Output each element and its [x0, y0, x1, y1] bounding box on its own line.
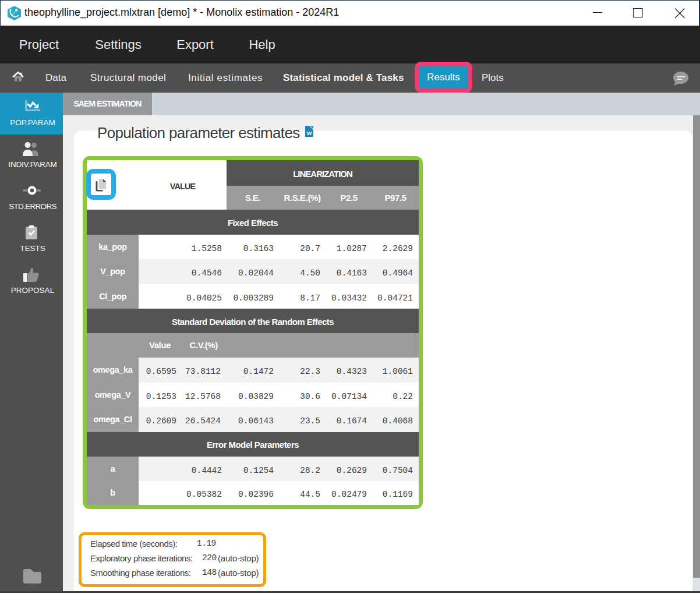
svg-text:w: w — [306, 129, 312, 136]
